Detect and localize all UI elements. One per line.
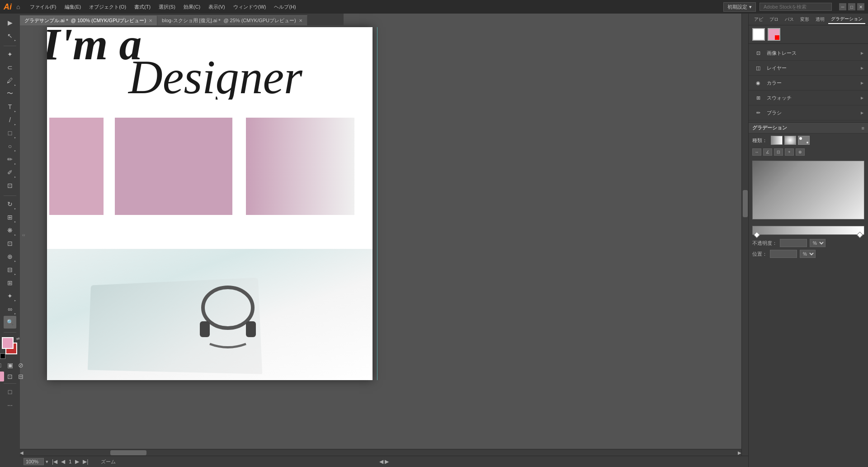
stock-search-input[interactable] [760,3,832,11]
position-input[interactable] [770,250,797,258]
tab-1[interactable]: blog-スクショ用 [復元].ai＊ @ 25% (CMYK/GPUプレビュー… [157,15,307,25]
scroll-right-button[interactable]: ▶ [738,450,741,455]
panel-swatches[interactable]: ⊞ スウォッチ ▶ [749,91,868,105]
scrollbar-vertical[interactable] [741,14,748,456]
maximize-button[interactable]: □ [848,3,855,10]
zoom-tool[interactable]: 🔍 [4,316,16,329]
eyedropper-tool[interactable]: ✦▸ [4,290,16,302]
color-swatch-mini [749,25,868,44]
gradient-reverse-button[interactable]: ↔ [752,148,761,156]
scrollbar-v-thumb[interactable] [743,190,748,217]
menu-help[interactable]: ヘルプ(H) [270,2,299,12]
swatch-white[interactable] [752,28,765,41]
draw-inside-button[interactable]: ⊡ [5,372,15,381]
panel-brush[interactable]: ✏ ブラシ ▶ [749,105,868,120]
foreground-color-swatch[interactable] [2,337,14,349]
opacity-unit-select[interactable]: % [810,239,826,247]
opacity-input[interactable] [780,239,807,247]
ellipse-tool[interactable]: ○▸ [4,140,16,152]
prev-page-button[interactable]: |◀ [52,458,57,465]
tab-gradient[interactable]: グラデーション [828,15,865,24]
panel-color[interactable]: ◉ カラー ▶ [749,76,868,91]
gradient-type-freeform[interactable] [798,136,810,145]
warp-tool[interactable]: ❋▸ [4,224,16,237]
gradient-delete-stop-button[interactable]: ⊗ [796,148,805,156]
menu-window[interactable]: ウィンドウ(W) [230,2,270,12]
gradient-panel-menu-icon[interactable]: ≡ [862,125,864,131]
scrollbar-h-thumb[interactable] [110,450,146,455]
tab-transform[interactable]: 変形 [797,15,812,24]
scrollbar-horizontal[interactable]: ◀ ▶ [20,449,741,456]
menu-object[interactable]: オブジェクト(O) [85,2,130,12]
zoom-input[interactable] [24,458,44,465]
position-unit-select[interactable]: % [800,250,816,258]
scroll-right-nav-button[interactable]: ▶ [385,458,389,465]
menu-type[interactable]: 書式(T) [131,2,154,12]
scroll-left-button[interactable]: ◀ [20,450,24,455]
default-colors-icon[interactable] [0,353,5,359]
magic-wand-tool[interactable]: ✦ [4,48,16,61]
gradient-type-radial[interactable] [784,136,796,145]
live-paint-tool[interactable]: ⊟▸ [4,263,16,276]
shaper-tool[interactable]: ⊡ [4,179,16,192]
panel-layers[interactable]: ◫ レイヤー ▶ [749,61,868,76]
gradient-add-stop-button[interactable]: + [785,148,794,156]
zoom-dropdown-icon[interactable]: ▾ [46,459,48,465]
tab-appearance[interactable]: アピ [751,15,766,24]
pen-tool[interactable]: 🖊▸ [4,74,16,87]
type-tool[interactable]: T▸ [4,100,16,113]
stroke-mode-button[interactable]: ▣ [5,360,15,370]
gradient-angle-button[interactable]: ∠ [763,148,772,156]
panel-image-trace[interactable]: ⊡ 画像トレース ▶ [749,46,868,61]
gradient-mesh-tool[interactable]: ⊞ [4,276,16,289]
gradient-type-linear[interactable] [771,136,783,145]
menu-view[interactable]: 表示(V) [205,2,229,12]
next-page-button[interactable]: ▶| [83,458,88,465]
toolbar-left: ▶ ↖▸ ✦ ⊂ 🖊▸ 〜 T▸ /▸ □▸ ○▸ ✏▸ ✐▸ ⊡ ↻▸ ⊞▸ … [0,14,20,467]
tab-0-close[interactable]: ✕ [149,18,152,23]
curvature-tool[interactable]: 〜 [4,87,16,100]
close-button[interactable]: ✕ [857,3,864,10]
menu-select[interactable]: 選択(S) [155,2,179,12]
canvas-area[interactable]: I'm a Designer ‹‹ › [20,14,748,456]
direct-selection-tool[interactable]: ↖▸ [4,29,16,42]
menu-file[interactable]: ファイル(F) [26,2,60,12]
rect-tool[interactable]: □▸ [4,127,16,139]
shape-builder-tool[interactable]: ⊕▸ [4,250,16,263]
pencil-tool[interactable]: ✐▸ [4,166,16,179]
paintbrush-tool[interactable]: ✏▸ [4,153,16,166]
menu-effect[interactable]: 効果(C) [180,2,204,12]
edit-toolbar-button[interactable]: ··· [4,399,16,411]
none-mode-button[interactable]: ⊘ [16,360,26,370]
tab-properties[interactable]: プロ [767,15,781,24]
tab-0[interactable]: グラデサンプル.ai＊ @ 100% (CMYK/GPUプレビュー) ✕ [20,15,157,25]
tab-path[interactable]: パス [782,15,797,24]
tab-transparency[interactable]: 透明 [813,15,827,24]
selection-tool[interactable]: ▶ [4,16,16,29]
scale-tool[interactable]: ⊞▸ [4,211,16,224]
menu-edit[interactable]: 編集(E) [61,2,85,12]
tab-1-close[interactable]: ✕ [299,18,302,23]
draw-behind-button[interactable]: ⊟ [16,372,26,381]
home-icon[interactable]: ⌂ [16,3,20,10]
swatch-pink[interactable] [768,28,780,41]
gradient-options-button[interactable]: ⊡ [774,148,783,156]
gradient-bar[interactable] [752,226,864,235]
screen-mode-button[interactable]: □ [4,386,16,398]
line-tool[interactable]: /▸ [4,114,16,126]
lasso-tool[interactable]: ⊂ [4,61,16,74]
workspace-selector[interactable]: 初期設定 ▾ [723,2,756,12]
minimize-button[interactable]: ─ [839,3,846,10]
prev-artboard-button[interactable]: ◀ [61,458,65,465]
normal-draw-button[interactable] [0,372,4,381]
scroll-left-nav-button[interactable]: ◀ [379,458,383,465]
fill-mode-button[interactable]: □ [0,360,4,370]
blend-tool[interactable]: ∞▸ [4,303,16,315]
gradient-stop-right[interactable] [857,232,863,238]
free-transform-tool[interactable]: ⊡ [4,237,16,250]
swap-colors-icon[interactable]: ⇄ [16,336,20,341]
rotate-tool[interactable]: ↻▸ [4,198,16,210]
gradient-stop-left[interactable] [754,232,760,238]
left-panel-collapse-icon[interactable]: ‹‹ [22,232,25,237]
next-artboard-button[interactable]: ▶ [75,458,79,465]
